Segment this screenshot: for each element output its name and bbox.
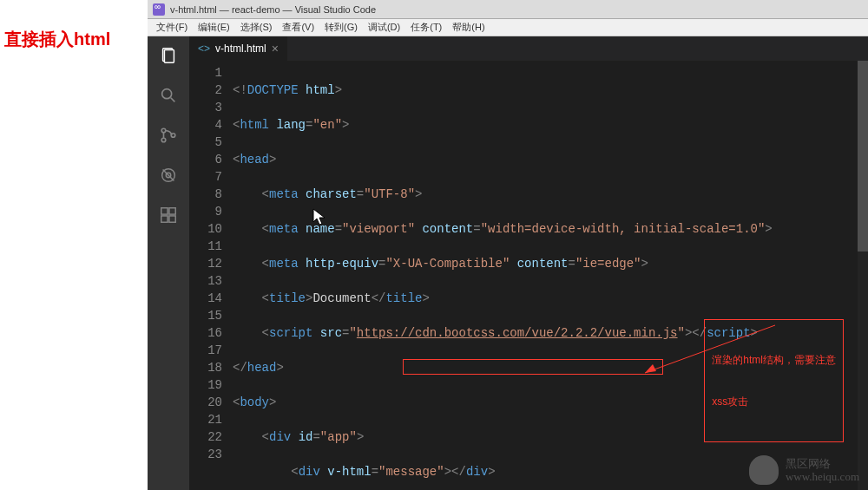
svg-rect-13: [169, 216, 175, 222]
watermark-text-1: 黑区网络: [786, 457, 859, 470]
svg-point-2: [162, 89, 172, 99]
menu-go[interactable]: 转到(G): [319, 21, 363, 34]
scrollbar-vertical[interactable]: [858, 61, 868, 490]
watermark-logo-icon: [749, 455, 779, 485]
svg-line-8: [163, 170, 174, 181]
explorer-icon[interactable]: [156, 43, 181, 68]
extensions-icon[interactable]: [156, 203, 181, 227]
menu-selection[interactable]: 选择(S): [235, 21, 278, 34]
line-gutter: 1234567891011121314151617181920212223: [189, 61, 233, 490]
titlebar: v-html.html — react-demo — Visual Studio…: [148, 0, 868, 19]
svg-rect-1: [164, 50, 174, 63]
tabbar: <> v-html.html ×: [189, 36, 868, 61]
svg-point-4: [161, 128, 166, 133]
menu-view[interactable]: 查看(V): [277, 21, 319, 34]
vscode-window: v-html.html — react-demo — Visual Studio…: [148, 0, 868, 490]
watermark-text-2: www.heiqu.com: [786, 470, 859, 483]
menu-tasks[interactable]: 任务(T): [405, 21, 447, 34]
menubar: 文件(F) 编辑(E) 选择(S) 查看(V) 转到(G) 调试(D) 任务(T…: [148, 19, 868, 36]
svg-rect-12: [161, 216, 168, 222]
svg-rect-10: [161, 208, 168, 214]
vscode-logo-icon: [153, 3, 165, 16]
menu-help[interactable]: 帮助(H): [447, 21, 490, 34]
svg-rect-11: [169, 208, 175, 214]
svg-line-3: [171, 98, 175, 102]
annotation-box: 渲染的html结构，需要注意 xss攻击: [704, 319, 844, 442]
menu-debug[interactable]: 调试(D): [363, 21, 405, 34]
svg-point-5: [161, 138, 166, 142]
menu-edit[interactable]: 编辑(E): [193, 21, 235, 34]
tab-label: v-html.html: [215, 42, 266, 55]
editor: <> v-html.html × 12345678910111213141516…: [189, 36, 868, 490]
git-icon[interactable]: [156, 123, 181, 147]
external-heading: 直接插入html: [4, 28, 110, 51]
close-icon[interactable]: ×: [272, 42, 279, 56]
search-icon[interactable]: [156, 83, 181, 108]
menu-file[interactable]: 文件(F): [151, 21, 193, 34]
code-highlight-box: [403, 359, 663, 375]
window-title: v-html.html — react-demo — Visual Studio…: [170, 4, 376, 15]
tab-v-html[interactable]: <> v-html.html ×: [189, 36, 287, 61]
activitybar: [148, 36, 189, 490]
watermark: 黑区网络 www.heiqu.com: [749, 455, 859, 485]
debug-icon[interactable]: [156, 163, 181, 187]
code-content[interactable]: <!DOCTYPE html> <html lang="en"> <head> …: [233, 61, 868, 490]
code-editor[interactable]: 1234567891011121314151617181920212223 <!…: [189, 61, 868, 490]
